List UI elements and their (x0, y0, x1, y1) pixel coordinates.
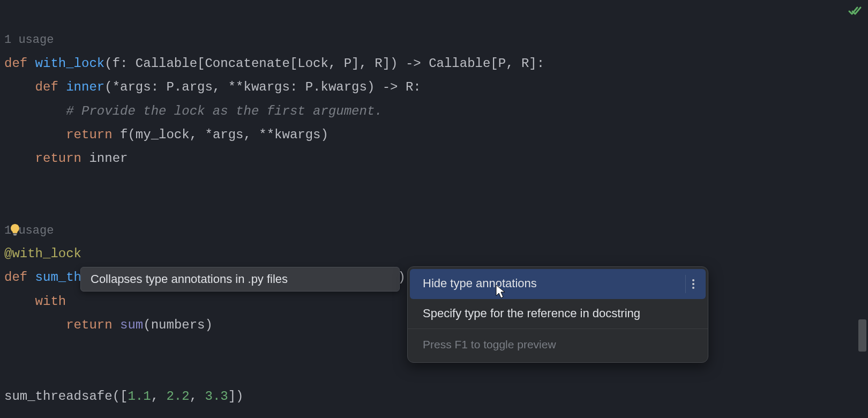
more-options-icon[interactable] (685, 275, 700, 293)
number-literal: 1.1 (128, 389, 151, 404)
popup-footer-hint: Press F1 to toggle preview (408, 329, 708, 362)
code-text: (f: Callable[Concatenate[Lock, P], R]) -… (104, 56, 544, 71)
popup-item-hide-annotations[interactable]: Hide type annotations (410, 269, 706, 299)
keyword-def: def (4, 56, 35, 71)
code-text: (*args: P.args, **kwargs: P.kwargs) -> R… (104, 80, 421, 94)
keyword-return: return (35, 151, 89, 166)
indent (4, 80, 35, 94)
code-text: , (151, 389, 167, 404)
decorator: @with_lock (4, 247, 81, 261)
code-text: , (190, 389, 205, 404)
popup-item-specify-docstring[interactable]: Specify type for the reference in docstr… (408, 299, 708, 329)
function-name: inner (66, 80, 104, 94)
popup-item-label: Specify type for the reference in docstr… (423, 303, 640, 325)
keyword-def: def (35, 80, 66, 94)
intention-tooltip: Collapses type annotations in .py files (80, 267, 400, 292)
code-text: (numbers) (143, 318, 213, 332)
intention-popup: Hide type annotations Specify type for t… (407, 266, 708, 363)
code-text: inner (89, 151, 128, 166)
indent (4, 104, 66, 118)
svg-rect-1 (13, 235, 17, 235)
scrollbar-thumb[interactable] (858, 319, 866, 352)
number-literal: 2.2 (166, 389, 189, 404)
number-literal: 3.3 (205, 389, 228, 404)
comment: # Provide the lock as the first argument… (66, 104, 383, 118)
svg-point-4 (692, 287, 694, 289)
intention-bulb-icon[interactable] (10, 223, 20, 236)
svg-point-3 (692, 283, 694, 285)
svg-rect-0 (13, 234, 17, 235)
inspection-ok-icon[interactable] (848, 4, 863, 28)
builtin-sum: sum (120, 318, 143, 332)
svg-point-2 (692, 279, 694, 281)
code-text: ]) (228, 389, 244, 404)
function-name: with_lock (35, 56, 105, 71)
keyword-with: with (35, 294, 74, 309)
code-text: f(my_lock, *args, **kwargs) (120, 128, 328, 142)
keyword-def: def (4, 270, 35, 285)
popup-item-label: Hide type annotations (423, 273, 537, 295)
tooltip-text: Collapses type annotations in .py files (91, 268, 288, 290)
indent (4, 151, 35, 166)
keyword-return: return (66, 318, 120, 332)
usage-hint[interactable]: 1 usage (4, 33, 54, 47)
code-text: sum_threadsafe([ (4, 389, 128, 404)
indent (4, 294, 35, 309)
indent (4, 318, 66, 332)
indent (4, 128, 66, 142)
keyword-return: return (66, 128, 120, 142)
